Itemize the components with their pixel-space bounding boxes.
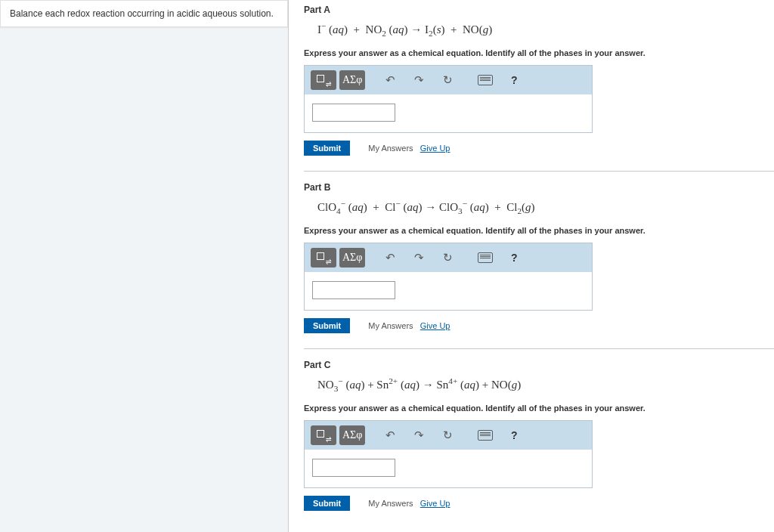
part-b-input-row: [305, 272, 592, 310]
part-c-answer-box: ΑΣφ ↶ ↷ ↻ ?: [304, 420, 593, 488]
part-b-answer-box: ΑΣφ ↶ ↷ ↻ ?: [304, 243, 593, 311]
undo-icon: ↶: [385, 251, 395, 264]
part-a-give-up-link[interactable]: Give Up: [420, 144, 450, 153]
part-c-submit-button[interactable]: Submit: [304, 496, 350, 511]
part-b: Part B ClO4− (aq) + Cl− (aq) → ClO3− (aq…: [289, 172, 774, 349]
part-c-toolbar: ΑΣφ ↶ ↷ ↻ ?: [305, 421, 592, 450]
redo-button[interactable]: ↷: [406, 70, 432, 90]
part-c: Part C NO3− (aq) + Sn2+ (aq) → Sn4+ (aq)…: [289, 349, 774, 515]
problem-instruction: Balance each redox reaction occurring in…: [0, 0, 288, 27]
part-c-header: Part C: [304, 355, 774, 373]
part-a-equation: I− (aq) + NO2 (aq) → I2(s) + NO(g): [304, 18, 774, 41]
help-button[interactable]: ?: [501, 70, 527, 90]
keyboard-button[interactable]: [472, 70, 498, 90]
part-c-answer-input[interactable]: [312, 459, 395, 477]
part-b-actions: Submit My Answers Give Up: [304, 315, 774, 338]
part-a-answer-box: ΑΣφ ↶ ↷ ↻ ?: [304, 65, 593, 133]
keyboard-icon: [478, 430, 493, 441]
help-button[interactable]: ?: [501, 425, 527, 445]
keyboard-icon: [478, 75, 493, 85]
formula-template-button[interactable]: [311, 70, 336, 90]
help-icon: ?: [511, 252, 518, 264]
formula-template-icon: [317, 252, 330, 263]
part-a-input-row: [305, 94, 592, 132]
redo-button[interactable]: ↷: [406, 248, 432, 268]
part-b-answer-input[interactable]: [312, 281, 395, 299]
left-panel: Balance each redox reaction occurring in…: [0, 0, 289, 532]
page-root: Balance each redox reaction occurring in…: [0, 0, 774, 532]
greek-symbols-button[interactable]: ΑΣφ: [339, 70, 365, 90]
greek-symbols-button[interactable]: ΑΣφ: [339, 248, 365, 268]
part-b-submit-button[interactable]: Submit: [304, 318, 350, 333]
part-c-give-up-link[interactable]: Give Up: [420, 499, 450, 508]
reset-button[interactable]: ↻: [435, 248, 460, 268]
part-c-actions: Submit My Answers Give Up: [304, 493, 774, 515]
part-c-input-row: [305, 450, 592, 487]
keyboard-icon: [478, 252, 493, 263]
part-a-submit-button[interactable]: Submit: [304, 141, 350, 156]
part-a: Part A I− (aq) + NO2 (aq) → I2(s) + NO(g…: [289, 0, 774, 172]
part-a-answer-input[interactable]: [312, 104, 395, 122]
reset-button[interactable]: ↻: [435, 425, 460, 445]
right-panel: Part A I− (aq) + NO2 (aq) → I2(s) + NO(g…: [289, 0, 774, 532]
undo-button[interactable]: ↶: [377, 248, 403, 268]
greek-symbols-button[interactable]: ΑΣφ: [339, 425, 365, 445]
redo-button[interactable]: ↷: [406, 425, 432, 445]
redo-icon: ↷: [414, 428, 424, 442]
formula-template-button[interactable]: [311, 248, 336, 268]
reset-button[interactable]: ↻: [435, 70, 460, 90]
part-b-header: Part B: [304, 178, 774, 196]
part-b-toolbar: ΑΣφ ↶ ↷ ↻ ?: [305, 243, 592, 272]
undo-icon: ↶: [385, 428, 395, 442]
part-b-give-up-link[interactable]: Give Up: [420, 321, 450, 330]
help-button[interactable]: ?: [501, 248, 527, 268]
part-a-instruction: Express your answer as a chemical equati…: [304, 41, 774, 62]
part-a-toolbar: ΑΣφ ↶ ↷ ↻ ?: [305, 66, 592, 94]
part-c-my-answers-link[interactable]: My Answers: [368, 499, 413, 508]
greek-icon: ΑΣφ: [339, 252, 365, 264]
part-a-header: Part A: [304, 0, 774, 18]
formula-template-icon: [317, 75, 330, 85]
undo-button[interactable]: ↶: [377, 70, 403, 90]
redo-icon: ↷: [414, 251, 424, 264]
keyboard-button[interactable]: [472, 425, 498, 445]
reset-icon: ↻: [443, 251, 453, 264]
help-icon: ?: [511, 74, 518, 86]
keyboard-button[interactable]: [472, 248, 498, 268]
part-c-equation: NO3− (aq) + Sn2+ (aq) → Sn4+ (aq) + NO(g…: [304, 373, 774, 396]
formula-template-icon: [317, 430, 330, 441]
part-a-actions: Submit My Answers Give Up: [304, 138, 774, 160]
help-icon: ?: [511, 429, 518, 441]
part-b-equation: ClO4− (aq) + Cl− (aq) → ClO3− (aq) + Cl2…: [304, 196, 774, 218]
part-b-my-answers-link[interactable]: My Answers: [368, 321, 413, 330]
part-a-my-answers-link[interactable]: My Answers: [368, 144, 413, 153]
reset-icon: ↻: [443, 73, 453, 87]
greek-icon: ΑΣφ: [339, 74, 365, 86]
greek-icon: ΑΣφ: [339, 429, 365, 441]
part-c-instruction: Express your answer as a chemical equati…: [304, 396, 774, 417]
reset-icon: ↻: [443, 428, 453, 442]
part-b-instruction: Express your answer as a chemical equati…: [304, 218, 774, 240]
formula-template-button[interactable]: [311, 425, 336, 445]
undo-icon: ↶: [385, 73, 395, 87]
redo-icon: ↷: [414, 73, 424, 87]
undo-button[interactable]: ↶: [377, 425, 403, 445]
